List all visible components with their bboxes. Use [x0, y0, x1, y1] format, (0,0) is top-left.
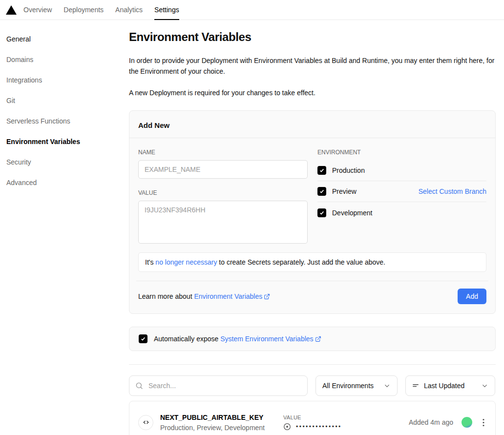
- variable-value-block: VALUE ••••••••••••••: [283, 414, 409, 431]
- check-icon: [140, 336, 146, 342]
- preview-checkbox[interactable]: [317, 187, 326, 196]
- secrets-note-prefix: It's: [145, 258, 155, 266]
- main-content: Environment Variables In order to provid…: [129, 20, 504, 435]
- sort-select[interactable]: Last Updated: [405, 375, 495, 396]
- page-description: In order to provide your Deployment with…: [129, 55, 496, 77]
- add-button[interactable]: Add: [458, 289, 486, 304]
- check-icon: [319, 188, 325, 194]
- external-link-icon: [315, 336, 321, 342]
- search-input[interactable]: [147, 381, 301, 390]
- environment-filter-value: All Environments: [322, 382, 374, 390]
- chevron-down-icon: [383, 382, 391, 390]
- sidebar-item-serverless-functions[interactable]: Serverless Functions: [6, 117, 129, 125]
- secrets-note-suffix: to create Secrets separately. Just add t…: [217, 258, 385, 266]
- no-longer-necessary-link[interactable]: no longer necessary: [155, 258, 217, 266]
- name-input[interactable]: [138, 160, 308, 179]
- triangle-logo-icon: [6, 5, 17, 15]
- variable-name: NEXT_PUBLIC_AIRTABLE_KEY: [160, 414, 283, 421]
- env-row-development: Development: [317, 202, 486, 223]
- preview-checkbox-label: Preview: [332, 187, 357, 195]
- variable-name-block: NEXT_PUBLIC_AIRTABLE_KEY Production, Pre…: [160, 414, 283, 432]
- page-description-note: A new Deployment is required for your ch…: [129, 87, 496, 98]
- add-new-card: Add New NAME VALUE ENVIRONMENT Productio…: [129, 110, 496, 314]
- sort-icon: [412, 382, 420, 390]
- secrets-note: It's no longer necessary to create Secre…: [138, 252, 486, 272]
- production-checkbox[interactable]: [317, 166, 326, 175]
- development-checkbox[interactable]: [317, 208, 326, 217]
- row-menu-button[interactable]: [481, 417, 486, 428]
- env-row-preview: Preview Select Custom Branch: [317, 181, 486, 202]
- variables-list: NEXT_PUBLIC_AIRTABLE_KEY Production, Pre…: [129, 401, 496, 435]
- sidebar-item-general[interactable]: General: [6, 35, 129, 43]
- environment-label: ENVIRONMENT: [317, 149, 486, 156]
- value-input[interactable]: [138, 201, 308, 244]
- learn-more-prefix: Learn more about: [138, 292, 194, 300]
- environment-filter-select[interactable]: All Environments: [315, 375, 398, 396]
- variable-environments: Production, Preview, Development: [160, 424, 283, 432]
- system-environment-variables-link[interactable]: System Environment Variables: [220, 335, 321, 343]
- sidebar-item-integrations[interactable]: Integrations: [6, 76, 129, 84]
- production-checkbox-label: Production: [332, 166, 365, 174]
- value-label: VALUE: [138, 189, 308, 196]
- sidebar-item-advanced[interactable]: Advanced: [6, 179, 129, 186]
- tab-overview[interactable]: Overview: [23, 0, 52, 20]
- variable-row: NEXT_PUBLIC_AIRTABLE_KEY Production, Pre…: [129, 401, 495, 435]
- tab-deployments[interactable]: Deployments: [63, 0, 104, 20]
- check-icon: [319, 167, 325, 173]
- tab-settings[interactable]: Settings: [154, 0, 179, 20]
- vercel-logo-icon[interactable]: [6, 0, 17, 20]
- sort-value: Last Updated: [424, 382, 464, 390]
- sidebar-item-domains[interactable]: Domains: [6, 56, 129, 63]
- environment-variables-docs-link[interactable]: Environment Variables: [194, 292, 270, 300]
- user-avatar: [462, 417, 472, 428]
- expose-label: Automatically expose System Environment …: [154, 335, 321, 343]
- added-timestamp: Added 4m ago: [409, 418, 453, 426]
- expose-label-text: Automatically expose: [154, 335, 220, 343]
- masked-value: ••••••••••••••: [296, 424, 342, 430]
- variable-value-label: VALUE: [283, 414, 409, 420]
- page-title: Environment Variables: [129, 30, 496, 44]
- chevron-down-icon: [481, 382, 488, 390]
- tab-analytics[interactable]: Analytics: [115, 0, 143, 20]
- sidebar-item-environment-variables[interactable]: Environment Variables: [6, 138, 129, 145]
- kebab-menu-icon: [483, 418, 484, 427]
- expose-system-env-card: Automatically expose System Environment …: [129, 327, 496, 351]
- top-nav: Overview Deployments Analytics Settings: [0, 0, 504, 20]
- expose-checkbox[interactable]: [139, 334, 147, 343]
- sidebar-item-security[interactable]: Security: [6, 158, 129, 166]
- add-new-title: Add New: [129, 111, 495, 138]
- env-row-production: Production: [317, 160, 486, 181]
- learn-more-text: Learn more about Environment Variables: [138, 292, 270, 300]
- settings-sidebar: General Domains Integrations Git Serverl…: [0, 20, 129, 435]
- check-icon: [319, 210, 325, 216]
- external-link-icon: [264, 293, 270, 300]
- name-label: NAME: [138, 149, 308, 156]
- search-icon: [135, 382, 143, 390]
- filter-row: All Environments Last Updated: [129, 375, 496, 396]
- development-checkbox-label: Development: [332, 209, 373, 217]
- sidebar-item-git[interactable]: Git: [6, 97, 129, 104]
- code-icon: [138, 415, 153, 430]
- search-box[interactable]: [129, 375, 308, 396]
- select-custom-branch-link[interactable]: Select Custom Branch: [419, 187, 486, 195]
- section-divider: [129, 364, 496, 365]
- reveal-value-eye-icon[interactable]: [283, 423, 291, 431]
